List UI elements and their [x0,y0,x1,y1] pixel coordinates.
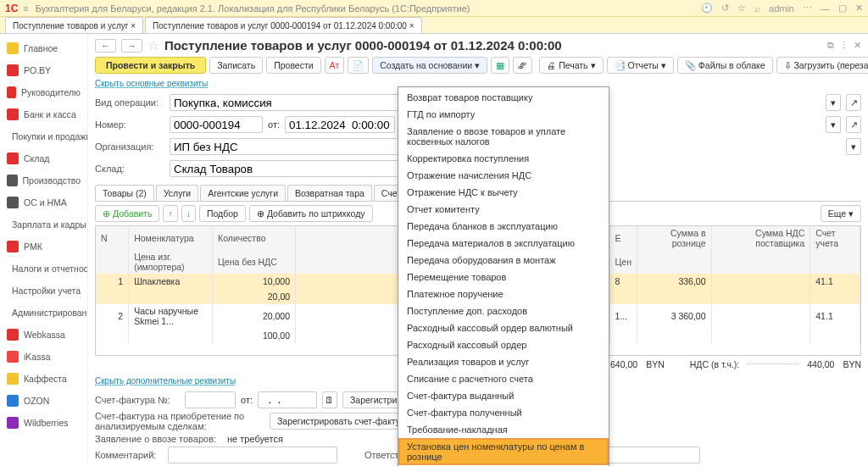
col-retail[interactable]: Сумма в рознице [637,226,711,250]
menu-item[interactable]: Передача материалов в эксплуатацию [398,235,609,252]
col-nom[interactable]: Номенклатура [129,226,213,250]
comment-input[interactable] [168,447,337,463]
menu-item[interactable]: Счет-фактура полученный [398,404,609,421]
page-close-icon[interactable]: ✕ [854,40,861,51]
create-based-button[interactable]: Создать на основании ▾ [372,57,487,74]
burger-icon[interactable]: ≡ [23,3,28,14]
menu-item[interactable]: Расходный кассовый ордер [398,336,609,353]
col-acc[interactable]: Счет учета [810,226,860,250]
inner-tab-3[interactable]: Возвратная тара [287,185,372,201]
post-close-button[interactable]: Провести и закрыть [95,57,206,74]
write-button[interactable]: Записать [209,57,263,74]
date-input[interactable] [285,116,395,133]
cloud-files-button[interactable]: 📎 Файлы в облаке [677,57,773,74]
star-icon[interactable]: ☆ [147,37,159,53]
sidebar-item-14[interactable]: iKassa [0,346,87,368]
min-icon[interactable]: — [821,3,830,14]
menu-item[interactable]: Платежное поручение [398,286,609,302]
menu-item[interactable]: Отражение НДС к вычету [398,184,609,201]
menu-item[interactable]: Списание с расчетного счета [398,370,609,387]
menu-item[interactable]: Счет-фактура выданный [398,387,609,404]
sidebar-item-0[interactable]: Главное [0,37,87,59]
menu-item[interactable]: Расходный кассовый ордер валютный [398,319,609,336]
menu-item[interactable]: Реализация товаров и услуг [398,353,609,370]
inner-tab-0[interactable]: Товары (2) [95,185,154,201]
menu-item[interactable]: Отражение начисления НДС [398,167,609,184]
menu-item[interactable]: Перемещение товаров [398,269,609,286]
sidebar-item-5[interactable]: Склад [0,147,87,169]
max-icon[interactable]: ▢ [838,3,847,14]
menu-item[interactable]: Установка цен номенклатуры по ценам в ро… [398,438,609,465]
sidebar-item-10[interactable]: Налоги и отчетность [0,258,87,280]
link-icon[interactable]: 🖇 [513,57,532,74]
sidebar-item-2[interactable]: Руководителю [0,81,87,103]
menu-item[interactable]: ГТД по импорту [398,106,609,123]
col-price-imp[interactable]: Цена изг. (импортера) [129,250,213,274]
col-cen[interactable]: Цен [609,250,637,274]
fav-icon[interactable]: ☆ [737,3,746,14]
sf-date-input[interactable] [258,391,317,408]
notif-icon[interactable]: 🕙 [701,3,713,14]
user-label[interactable]: admin [769,3,794,14]
history-icon[interactable]: ↺ [721,3,729,14]
sidebar-item-13[interactable]: Webkassa [0,324,87,346]
sidebar-item-1[interactable]: PO.BY [0,59,87,81]
col-qty[interactable]: Количество [213,226,296,250]
dtkt-icon[interactable]: Ат [325,57,345,74]
sidebar-item-9[interactable]: РМК [0,236,87,258]
number-input[interactable] [170,116,263,133]
menu-item[interactable]: Возврат товаров поставщику [398,89,609,106]
pick-button[interactable]: Подбор [199,205,246,222]
sidebar-item-4[interactable]: Покупки и продажи [0,125,87,147]
sidebar-item-15[interactable]: Каффеста [0,368,87,390]
aux2-dropdown-icon[interactable]: ▾ [826,116,841,133]
extlink-icon[interactable]: ⧉ [827,40,834,51]
menu-item[interactable]: Поступление доп. расходов [398,302,609,319]
sf-number-input[interactable] [185,391,236,408]
col-n[interactable]: N [96,226,129,250]
sidebar-item-3[interactable]: Банк и касса [0,103,87,125]
col-price-novat[interactable]: Цена без НДС [213,250,296,274]
sidebar-item-11[interactable]: Настройки учета [0,280,87,302]
menu-item[interactable]: Передача оборудования в монтаж [398,252,609,269]
col-e[interactable]: Е [609,226,637,250]
menu-item[interactable]: Требование-накладная [398,421,609,438]
menu-item[interactable]: Отчет комитенту [398,201,609,218]
post-button[interactable]: Провести [266,57,320,74]
add-row-button[interactable]: ⊕ Добавить [95,205,159,222]
sidebar-item-8[interactable]: Зарплата и кадры [0,214,87,236]
doc-icon[interactable]: 📄 [348,57,369,74]
menu-item[interactable]: Корректировка поступления [398,150,609,167]
more-rows-button[interactable]: Еще ▾ [821,205,861,222]
inner-tab-2[interactable]: Агентские услуги [200,185,286,201]
sidebar-item-7[interactable]: ОС и НМА [0,191,87,214]
reg-sf2-button[interactable]: Зарегистрировать счет-фактуру [270,413,417,430]
inner-tab-1[interactable]: Услуги [156,185,198,201]
sidebar-item-16[interactable]: OZON [0,390,87,412]
back-button[interactable]: ← [95,39,116,53]
tab-receipt-list[interactable]: Поступление товаров и услуг × [5,17,143,33]
load-button[interactable]: ⇩ Загрузить (перезаполнить) из файла [776,57,868,74]
row-down-icon[interactable]: ↓ [181,205,196,222]
sidebar-item-12[interactable]: Администрирование [0,302,87,324]
aux2-open-icon[interactable]: ↗ [846,116,861,133]
excel-icon[interactable]: ▦ [491,57,509,74]
hide-extra-link[interactable]: Скрыть дополнительные реквизиты [95,376,236,386]
menu-item[interactable]: Заявление о ввозе товаров и уплате косве… [398,123,609,150]
aux3-dropdown-icon[interactable]: ▾ [846,138,861,155]
tab-receipt-doc[interactable]: Поступление товаров и услуг 0000-000194 … [145,17,421,33]
print-button[interactable]: 🖨 Печать ▾ [539,57,603,74]
reports-button[interactable]: 📑 Отчеты ▾ [607,57,674,74]
close-icon[interactable]: ✕ [855,3,863,14]
row-up-icon[interactable]: ↑ [163,205,177,222]
menu-item[interactable]: Передача бланков в эксплуатацию [398,218,609,235]
barcode-button[interactable]: ⊕ Добавить по штрихкоду [249,205,373,222]
aux1-open-icon[interactable]: ↗ [846,94,861,111]
search-icon[interactable]: ⌕ [754,3,760,14]
sidebar-item-6[interactable]: Производство [0,169,87,191]
sf-cal-icon[interactable]: 🗓 [322,391,337,408]
aux1-dropdown-icon[interactable]: ▾ [826,94,841,111]
col-nds-sup[interactable]: Сумма НДС поставщика [711,226,810,250]
menu-dots-icon[interactable]: ⋮ [839,40,849,51]
sidebar-item-17[interactable]: Wildberries [0,412,87,434]
